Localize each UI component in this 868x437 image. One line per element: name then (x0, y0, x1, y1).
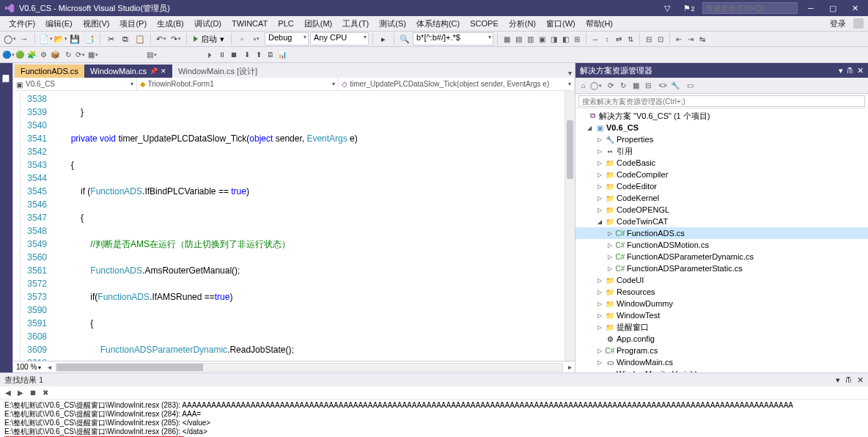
folder-codecompiler[interactable]: ▷📁CodeCompiler (575, 169, 868, 180)
notification-icon[interactable]: ⚑2 (680, 4, 698, 13)
start-debug-button[interactable]: 启动 ▾ (191, 34, 227, 45)
nav-fwd-button[interactable]: → (18, 32, 31, 45)
tab-windowmain-design[interactable]: WindowMain.cs [设计] (172, 65, 263, 78)
slot2-button[interactable]: ▫ (250, 32, 263, 45)
menu-help[interactable]: 帮助(H) (581, 17, 617, 31)
find-next-icon[interactable]: ▶ (15, 388, 26, 398)
solution-node[interactable]: ⧉解决方案 "V0.6_CS" (1 个项目) (575, 110, 868, 122)
tab-functionads[interactable]: FunctionADS.cs (15, 65, 84, 78)
tw-ico-14[interactable]: ⬆ (254, 50, 264, 60)
find-close-icon[interactable]: ✕ (857, 375, 864, 385)
menu-test[interactable]: 测试(S) (375, 17, 411, 31)
folder-resources[interactable]: ▷📁Resources (575, 286, 868, 298)
menu-view[interactable]: 视图(V) (78, 17, 114, 31)
file-functionadsmotion[interactable]: ▷C#FunctionADSMotion.cs (575, 239, 868, 251)
platform-combo[interactable]: Any CPU (310, 32, 369, 45)
menu-tools[interactable]: 工具(T) (338, 17, 373, 31)
slot-button[interactable]: ◦ (235, 32, 249, 45)
member-combo[interactable]: ◇timer_UpdatePLCDataSlow_Tick(object sen… (339, 78, 575, 90)
folder-remind[interactable]: ▷📁提醒窗口 (575, 321, 868, 333)
tw-ico-6[interactable]: ↻ (63, 50, 73, 60)
find-button[interactable]: 🔍 (398, 32, 411, 45)
solution-search-input[interactable] (578, 95, 865, 107)
new-item-button[interactable]: 📄 (39, 32, 52, 45)
zoom-combo[interactable]: 100 % (13, 363, 44, 371)
find-stop-icon[interactable]: ⏹ (28, 388, 38, 398)
open-button[interactable]: 📂 (54, 32, 67, 45)
quick-launch-input[interactable] (702, 2, 798, 14)
menu-architecture[interactable]: 体系结构(C) (412, 17, 464, 31)
tw-ico-9[interactable]: ▤ (147, 50, 157, 60)
menu-analyze[interactable]: 分析(N) (504, 17, 540, 31)
find-clear-icon[interactable]: ✖ (40, 388, 51, 398)
folder-codeeditor[interactable]: ▷📁CodeEditor (575, 180, 868, 192)
find-prev-icon[interactable]: ◀ (3, 388, 13, 398)
menu-build[interactable]: 生成(B) (152, 17, 188, 31)
config-combo[interactable]: Debug (265, 32, 309, 45)
tw-ico-10[interactable]: ⏵ (205, 50, 216, 60)
tw-ico-16[interactable]: 📊 (277, 50, 287, 60)
redo-button[interactable]: ↷ (169, 32, 183, 45)
tb-ico-14[interactable]: ⇤ (674, 34, 684, 44)
folder-codekernel[interactable]: ▷📁CodeKernel (575, 192, 868, 204)
outline-gutter[interactable] (13, 91, 21, 361)
menu-file[interactable]: 文件(F) (4, 17, 40, 31)
save-all-button[interactable]: 📑 (83, 32, 96, 45)
attach-button[interactable]: ▸ (377, 32, 390, 45)
panel-close-icon[interactable]: ✕ (857, 66, 864, 76)
class-combo[interactable]: ◆TriowinRobot.Form1 (137, 78, 339, 90)
nav-btn[interactable]: ◂ (44, 362, 54, 372)
tb-ico-12[interactable]: ⊟ (644, 34, 654, 44)
tb-ico-2[interactable]: ▤ (513, 34, 523, 44)
tw-ico-4[interactable]: ⚙ (38, 50, 48, 60)
panel-dropdown-icon[interactable]: ▾ (839, 66, 843, 76)
tw-ico-15[interactable]: 🗎 (265, 50, 276, 60)
tw-ico-11[interactable]: ⏸ (217, 50, 227, 60)
avatar-icon[interactable] (853, 18, 864, 29)
file-windowmonitor[interactable]: ▷▭WindowMonitorVariable.cs (575, 368, 868, 372)
sol-code-icon[interactable]: <> (658, 81, 668, 91)
close-tab-icon[interactable]: ✕ (161, 67, 166, 75)
tb-ico-7[interactable]: ⊞ (572, 34, 582, 44)
tb-ico-3[interactable]: ▥ (525, 34, 535, 44)
file-windowmain[interactable]: ▷▭WindowMain.cs (575, 356, 868, 368)
sol-collapse-icon[interactable]: ⊟ (643, 81, 653, 91)
copy-button[interactable]: ⧉ (119, 32, 132, 45)
sol-refresh-icon[interactable]: ↻ (618, 81, 628, 91)
file-functionadsparamdyn[interactable]: ▷C#FunctionADSParameterDynamic.cs (575, 251, 868, 262)
sol-preview-icon[interactable]: ▭ (685, 81, 695, 91)
maximize-button[interactable]: ▢ (824, 4, 842, 13)
tw-ico-13[interactable]: ⬇ (242, 50, 252, 60)
find-dropdown-icon[interactable]: ▾ (836, 375, 840, 385)
folder-codeui[interactable]: ▷📁CodeUI (575, 274, 868, 286)
horizontal-scrollbar[interactable] (56, 363, 563, 372)
minimize-button[interactable]: ─ (802, 4, 820, 12)
tab-windowmain[interactable]: WindowMain.cs📌✕ (84, 65, 172, 78)
references-node[interactable]: ▷▪▪引用 (575, 145, 868, 157)
menu-project[interactable]: 项目(P) (115, 17, 151, 31)
sol-showall-icon[interactable]: ▦ (630, 81, 641, 91)
sol-sync-icon[interactable]: ⟳ (606, 81, 616, 91)
tb-ico-10[interactable]: ⇄ (614, 34, 624, 44)
nav-back-button[interactable]: ◯ (3, 32, 16, 45)
folder-codeopengl[interactable]: ▷📁CodeOPENGL (575, 204, 868, 216)
split-btn[interactable]: ▸ (564, 362, 575, 372)
find-results-list[interactable]: E:\整机测试\V0.6_CS\提醒窗口\WindowInit.resx (28… (0, 400, 868, 437)
sol-prop-icon[interactable]: 🔧 (670, 81, 680, 91)
paste-button[interactable]: 📋 (133, 32, 147, 45)
save-button[interactable]: 💾 (68, 32, 81, 45)
menu-window[interactable]: 窗口(W) (542, 17, 580, 31)
folder-windowtest[interactable]: ▷📁WindowTest (575, 309, 868, 321)
file-program[interactable]: ▷C#Program.cs (575, 345, 868, 356)
tw-ico-1[interactable]: 🔵 (3, 50, 13, 60)
tb-ico-1[interactable]: ▦ (501, 34, 512, 44)
close-button[interactable]: ✕ (846, 4, 864, 13)
tb-ico-13[interactable]: ⊡ (655, 34, 666, 44)
scope-combo[interactable]: ▣V0.6_CS (13, 78, 137, 90)
pin-icon[interactable]: 📌 (150, 67, 158, 75)
menu-edit[interactable]: 编辑(E) (41, 17, 77, 31)
vertical-scrollbar[interactable] (564, 91, 575, 361)
tb-ico-8[interactable]: ↔ (590, 34, 600, 44)
code-editor[interactable]: } private void timer_UpdatePLCDataSlow_T… (51, 91, 564, 361)
find-pin-icon[interactable]: ⫚ (845, 375, 853, 384)
